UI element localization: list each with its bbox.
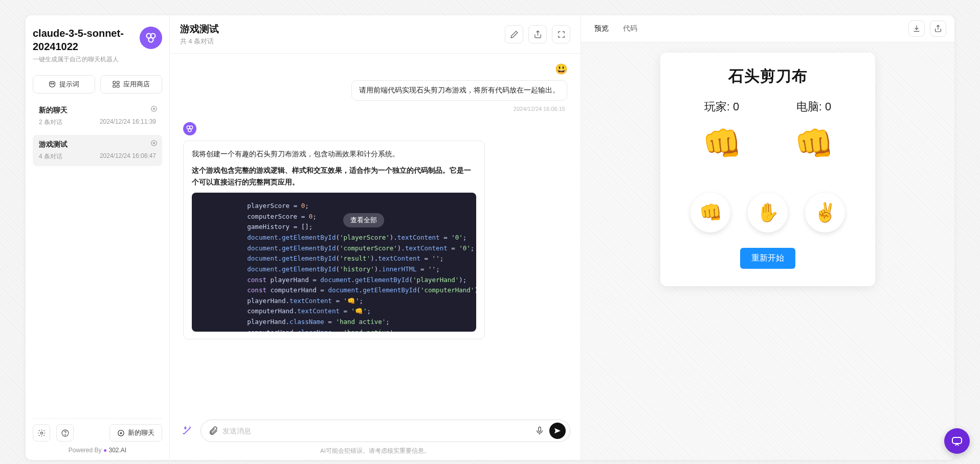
sidebar-header: claude-3-5-sonnet-20241022 一键生成属于自己的聊天机器…	[33, 27, 162, 64]
download-button[interactable]	[908, 20, 925, 37]
svg-rect-8	[117, 85, 120, 87]
tab-preview[interactable]: 预览	[589, 22, 614, 35]
choices-row: 👊 ✋ ✌️	[676, 193, 860, 233]
download-icon	[912, 25, 921, 33]
computer-score: 电脑: 0	[796, 99, 831, 114]
hands-row: 👊 👊	[676, 125, 860, 162]
player-hand-emoji: 👊	[702, 125, 742, 162]
svg-point-17	[188, 129, 191, 132]
preview-body: 石头剪刀布 玩家: 0 电脑: 0 👊 👊 👊 ✋ ✌️ 重新开始	[581, 42, 954, 460]
chat-subtitle: 共 4 条对话	[180, 37, 219, 46]
gear-icon	[37, 429, 46, 437]
app-logo-icon	[140, 27, 162, 49]
sidebar: claude-3-5-sonnet-20241022 一键生成属于自己的聊天机器…	[26, 15, 170, 460]
wand-icon	[182, 425, 193, 436]
mask-icon	[48, 80, 56, 88]
user-message-row: 😃	[183, 63, 567, 75]
svg-point-2	[149, 38, 153, 42]
microphone-button[interactable]	[535, 426, 544, 435]
svg-point-13	[64, 434, 65, 435]
game-title: 石头剪刀布	[676, 66, 860, 87]
choice-paper-button[interactable]: ✋	[748, 193, 788, 233]
computer-hand-emoji: 👊	[794, 125, 834, 162]
prompt-button[interactable]: 提示词	[33, 75, 95, 94]
game-card: 石头剪刀布 玩家: 0 电脑: 0 👊 👊 👊 ✋ ✌️ 重新开始	[660, 53, 875, 286]
svg-rect-18	[539, 427, 541, 432]
app-window: claude-3-5-sonnet-20241022 一键生成属于自己的聊天机器…	[26, 15, 954, 460]
user-message-bubble: 请用前端代码实现石头剪刀布游戏，将所有代码放在一起输出。	[351, 80, 567, 101]
choice-scissors-button[interactable]: ✌️	[805, 193, 845, 233]
app-store-button[interactable]: 应用商店	[100, 75, 163, 94]
chat-item-count: 4 条对话	[39, 152, 62, 161]
tab-code[interactable]: 代码	[618, 22, 642, 35]
chat-title: 游戏测试	[180, 22, 219, 36]
view-all-button[interactable]: 查看全部	[343, 213, 384, 227]
chat-item-title: 新的聊天	[39, 106, 156, 115]
bot-message-bubble: 我将创建一个有趣的石头剪刀布游戏，包含动画效果和计分系统。 这个游戏包含完整的游…	[183, 141, 485, 339]
score-row: 玩家: 0 电脑: 0	[676, 99, 860, 114]
svg-point-4	[53, 83, 54, 84]
share-button[interactable]	[528, 25, 547, 43]
svg-rect-7	[113, 85, 116, 87]
message-list[interactable]: 😃 请用前端代码实现石头剪刀布游戏，将所有代码放在一起输出。 2024/12/2…	[170, 54, 581, 413]
settings-button[interactable]	[33, 424, 50, 442]
model-title: claude-3-5-sonnet-20241022	[33, 27, 135, 53]
disclaimer-text: AI可能会犯错误。请考虑核实重要信息。	[170, 445, 581, 460]
choice-rock-button[interactable]: 👊	[691, 193, 730, 233]
chat-list: 新的聊天 2 条对话 2024/12/24 16:11:39 游戏测试 4 条对…	[33, 101, 162, 419]
close-icon[interactable]	[150, 105, 158, 113]
svg-rect-5	[113, 81, 116, 84]
send-button[interactable]	[549, 423, 566, 439]
chat-item-time: 2024/12/24 16:11:39	[100, 118, 156, 127]
chat-header: 游戏测试 共 4 条对话	[170, 15, 581, 54]
chat-item-count: 2 条对话	[39, 118, 62, 127]
message-input[interactable]	[222, 427, 530, 435]
help-button[interactable]	[56, 424, 74, 442]
user-avatar-emoji: 😃	[555, 63, 567, 75]
prompt-button-label: 提示词	[59, 80, 79, 89]
pencil-icon	[510, 30, 519, 39]
chat-item-time: 2024/12/24 16:06:47	[100, 152, 156, 161]
sidebar-footer: 新的聊天 Powered By ● 302.AI	[33, 419, 162, 454]
message-timestamp: 2024/12/24 16:06:15	[183, 106, 567, 112]
restart-button[interactable]: 重新开始	[740, 248, 795, 269]
chat-column: 游戏测试 共 4 条对话 😃	[170, 15, 581, 460]
bot-intro-text: 我将创建一个有趣的石头剪刀布游戏，包含动画效果和计分系统。	[192, 148, 476, 159]
new-chat-label: 新的聊天	[128, 428, 154, 437]
attachment-button[interactable]	[208, 426, 218, 436]
new-chat-button[interactable]: 新的聊天	[109, 424, 162, 442]
expand-icon	[557, 30, 566, 39]
preview-column: 预览 代码 石头剪刀布 玩家: 0 电脑: 0	[581, 15, 954, 460]
chat-bubble-icon	[951, 435, 963, 447]
svg-point-3	[51, 83, 52, 84]
chat-fab-button[interactable]	[944, 428, 970, 454]
message-input-box	[201, 420, 570, 442]
bot-avatar-row	[183, 122, 567, 135]
close-icon[interactable]	[150, 139, 158, 147]
microphone-icon	[535, 426, 544, 435]
fullscreen-button[interactable]	[552, 25, 570, 43]
share-icon	[533, 30, 542, 39]
help-icon	[61, 429, 70, 437]
edit-button[interactable]	[505, 25, 523, 43]
svg-rect-19	[952, 437, 962, 444]
send-icon	[553, 427, 562, 435]
chat-list-item[interactable]: 游戏测试 4 条对话 2024/12/24 16:06:47	[33, 135, 162, 166]
chat-item-title: 游戏测试	[39, 140, 156, 149]
sidebar-subtitle: 一键生成属于自己的聊天机器人	[33, 55, 135, 64]
chat-list-item[interactable]: 新的聊天 2 条对话 2024/12/24 16:11:39	[33, 101, 162, 132]
grid-icon	[112, 80, 120, 88]
share-icon	[934, 25, 942, 33]
input-row	[170, 413, 581, 445]
bot-summary-text: 这个游戏包含完整的游戏逻辑、样式和交互效果，适合作为一个独立的代码制品。它是一个…	[192, 166, 471, 185]
preview-header: 预览 代码	[581, 15, 954, 42]
magic-wand-button[interactable]	[180, 424, 194, 438]
main-area: 游戏测试 共 4 条对话 😃	[170, 15, 954, 460]
plus-circle-icon	[117, 429, 125, 437]
player-score: 玩家: 0	[704, 99, 739, 114]
paperclip-icon	[208, 426, 218, 436]
sidebar-actions: 提示词 应用商店	[33, 75, 162, 94]
powered-by: Powered By ● 302.AI	[33, 447, 162, 454]
share-preview-button[interactable]	[930, 20, 946, 37]
code-block: 查看全部 playerScore = 0; computerScore = 0;…	[192, 193, 476, 332]
